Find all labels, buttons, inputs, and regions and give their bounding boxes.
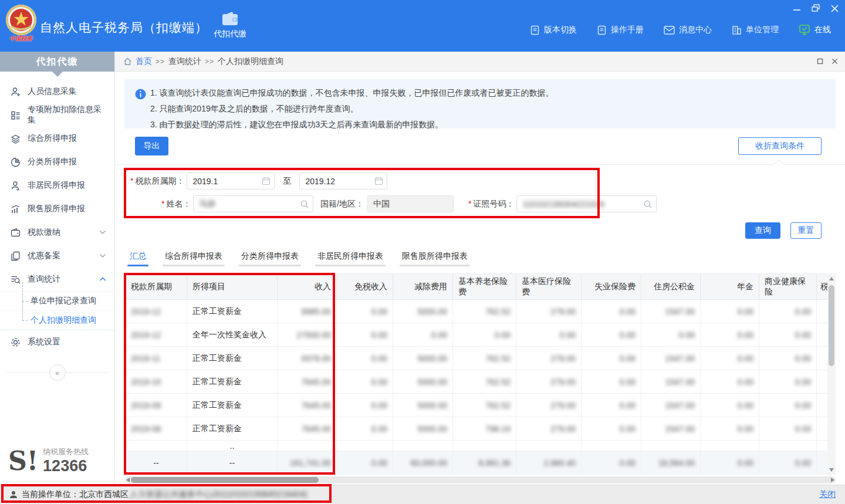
- minimize-icon[interactable]: [792, 4, 802, 13]
- table-cell: 正常工资薪金: [187, 417, 278, 441]
- vertical-scrollbar[interactable]: [827, 273, 836, 475]
- breadcrumb-home[interactable]: 首页: [136, 56, 152, 67]
- column-header-4[interactable]: 免税收入: [337, 274, 393, 300]
- table-row[interactable]: 2019-10正常工资薪金7645.000.005000.00762.52279…: [126, 370, 827, 394]
- scroll-left-icon[interactable]: [126, 478, 130, 482]
- table-cell: [817, 417, 827, 441]
- sidebar-item-restricted-stock[interactable]: 限售股所得申报: [0, 197, 114, 221]
- column-header-8[interactable]: 失业保险费: [582, 274, 641, 300]
- search-icon[interactable]: [300, 199, 309, 209]
- cell-value: 279.00: [550, 354, 576, 363]
- sidebar-item-comprehensive-income[interactable]: 综合所得申报: [0, 127, 114, 150]
- horizontal-scroll-thumb[interactable]: [131, 477, 319, 483]
- cell-value: 0.00: [738, 377, 753, 387]
- column-header-5[interactable]: 减除费用: [393, 274, 453, 300]
- cell-value: 0.00: [679, 330, 695, 340]
- table-cell: 762.52: [453, 300, 516, 323]
- table-row[interactable]: 2019-11正常工资薪金9378.000.005000.00762.52279…: [126, 347, 827, 370]
- cell-value: ..: [230, 441, 235, 451]
- column-header-3[interactable]: 收入: [278, 274, 337, 300]
- query-button[interactable]: 查询: [745, 222, 780, 239]
- sidebar-item-preferential-record[interactable]: 优惠备案: [0, 244, 114, 268]
- sidebar-item-personnel-info[interactable]: 人员信息采集: [0, 80, 114, 103]
- restore-icon[interactable]: [811, 4, 820, 13]
- table-body: 2019-12正常工资薪金9985.000.005000.00762.52279…: [126, 300, 827, 475]
- table-cell: 0.00: [641, 323, 701, 347]
- search-icon[interactable]: [643, 199, 653, 209]
- column-header-6[interactable]: 基本养老保险费: [453, 274, 516, 300]
- building-icon: [732, 25, 742, 35]
- table-cell: 1547.00: [641, 300, 701, 323]
- scroll-right-icon[interactable]: [831, 478, 834, 482]
- tab-classified-income[interactable]: 分类所得申报表: [239, 251, 301, 266]
- table-cell: 1547.00: [641, 347, 701, 370]
- sidebar-collapse-button[interactable]: «: [49, 364, 66, 381]
- totals-row[interactable]: ----161,741.000.0060,000.008,991.362,960…: [126, 451, 827, 475]
- table-row[interactable]: 2019-12全年一次性奖金收入27500.000.000.000.000.00…: [126, 323, 827, 347]
- menu-item-message-center[interactable]: 消息中心: [664, 25, 712, 35]
- name-field: *姓名： 马静: [161, 195, 313, 212]
- table-cell: 762.52: [453, 394, 516, 417]
- tab-summary[interactable]: 汇总: [127, 251, 148, 266]
- table-row[interactable]: 2019-08正常工资薪金7645.000.005000.00798.24279…: [126, 417, 827, 441]
- column-header-9[interactable]: 住房公积金: [641, 274, 701, 300]
- column-header-11[interactable]: 商业健康保险: [759, 274, 817, 300]
- id-number-input[interactable]: 110102199304221029: [516, 195, 657, 212]
- table-row[interactable]: 2019-09正常工资薪金7645.000.005000.00762.52279…: [126, 394, 827, 417]
- table-cell: 0.00: [582, 347, 641, 370]
- export-button[interactable]: 导出: [135, 137, 168, 155]
- module-tab-daikoudaijiao[interactable]: 代扣代缴: [207, 11, 254, 39]
- column-header-7[interactable]: 基本医疗保险费: [516, 274, 582, 300]
- column-header-1[interactable]: 税款所属期: [126, 274, 187, 300]
- cell-value: 1547.00: [665, 424, 695, 434]
- tab-nonresident-income[interactable]: 非居民所得申报表: [315, 251, 386, 266]
- menu-item-version-switch[interactable]: 版本切换: [530, 25, 577, 35]
- tab-restricted-stock[interactable]: 限售股所得申报表: [400, 251, 470, 266]
- online-label: 在线: [814, 25, 831, 35]
- hotline-logo: S!: [8, 448, 38, 474]
- table-cell: 5000.00: [393, 347, 453, 370]
- column-header-12[interactable]: 税: [817, 274, 827, 300]
- calendar-icon[interactable]: [262, 177, 271, 185]
- name-input[interactable]: 马静: [193, 195, 313, 212]
- table-cell: 0.00: [582, 323, 641, 347]
- menu-item-manual[interactable]: 操作手册: [597, 25, 644, 35]
- sidebar-item-special-deduction[interactable]: 专项附加扣除信息采集: [0, 103, 114, 127]
- close-icon[interactable]: [830, 4, 839, 13]
- sidebar-item-classified-income[interactable]: 分类所得申报: [0, 150, 114, 174]
- column-header-2[interactable]: 所得项目: [187, 274, 278, 300]
- sidebar-item-label: 系统设置: [28, 337, 106, 347]
- sidebar-item-system-settings[interactable]: 系统设置: [0, 330, 114, 354]
- tab-comprehensive-income[interactable]: 综合所得申报表: [163, 251, 225, 266]
- sidebar-item-label: 税款缴纳: [28, 227, 92, 238]
- menu-item-unit-management[interactable]: 单位管理: [732, 25, 779, 35]
- cell-value: 正常工资薪金: [192, 400, 242, 411]
- close-pane-icon: [832, 58, 838, 65]
- scroll-up-icon[interactable]: [829, 277, 834, 280]
- table-cell: 2019-12: [126, 300, 187, 323]
- close-link[interactable]: 关闭: [819, 489, 836, 500]
- fold-query-conditions-button[interactable]: 收折查询条件: [738, 137, 822, 155]
- cell-value: 2019-09: [131, 401, 161, 410]
- horizontal-scrollbar[interactable]: [125, 476, 836, 483]
- sidebar-item-tax-payment[interactable]: 税款缴纳: [0, 221, 114, 244]
- table-cell: 0.00: [337, 370, 393, 394]
- table-cell: 0.00: [453, 323, 516, 347]
- clipped-row[interactable]: ..: [126, 441, 827, 451]
- table-header-row: 税款所属期所得项目收入免税收入减除费用基本养老保险费基本医疗保险费失业保险费住房…: [126, 274, 827, 300]
- breadcrumb-item[interactable]: 查询统计: [168, 56, 201, 67]
- vertical-scroll-thumb[interactable]: [829, 285, 834, 366]
- period-end-input[interactable]: 2019.12: [299, 172, 387, 190]
- sidebar-item-query-statistics[interactable]: 查询统计: [0, 268, 114, 291]
- scroll-down-icon[interactable]: [829, 468, 834, 472]
- gear-icon: [11, 337, 21, 347]
- column-header-10[interactable]: 年金: [701, 274, 759, 300]
- sidebar-subitem-unit-declaration-query[interactable]: 单位申报记录查询: [0, 291, 114, 310]
- cell-value: --: [153, 458, 158, 468]
- calendar-icon[interactable]: [374, 177, 383, 185]
- table-row[interactable]: 2019-12正常工资薪金9985.000.005000.00762.52279…: [126, 300, 827, 323]
- reset-button[interactable]: 重置: [790, 222, 822, 239]
- period-start-input[interactable]: 2019.1: [187, 172, 275, 190]
- sidebar-subitem-personal-withholding-query[interactable]: 个人扣缴明细查询: [0, 310, 114, 330]
- sidebar-item-nonresident-income[interactable]: 非居民所得申报: [0, 174, 114, 197]
